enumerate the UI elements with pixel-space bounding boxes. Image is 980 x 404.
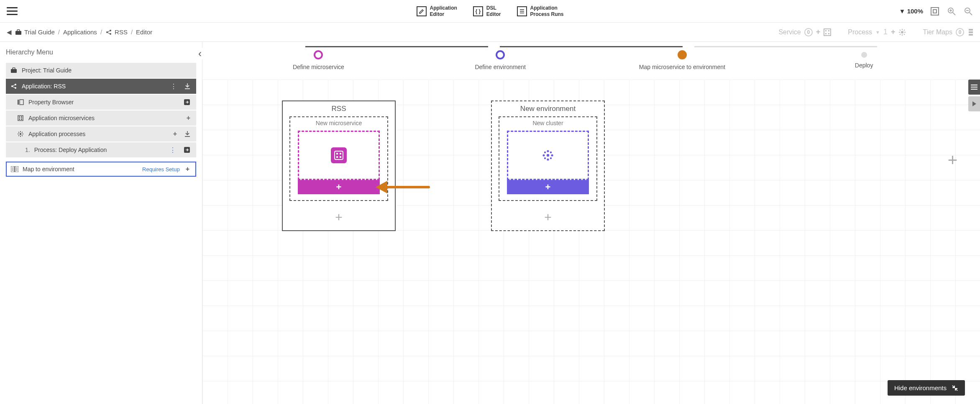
plus-icon[interactable]: + [171,130,179,138]
hide-env-label: Hide environments [894,384,947,391]
gear-icon[interactable] [898,28,906,36]
tab-application-process-runs[interactable]: ApplicationProcess Runs [517,5,563,17]
cluster-dropzone[interactable] [507,131,589,180]
svg-point-77 [550,152,552,153]
right-tab-play[interactable] [968,96,980,111]
plus-icon[interactable]: + [816,28,821,36]
grid-icon[interactable] [824,28,831,36]
crumb-item[interactable]: Applications [63,28,97,36]
plus-icon[interactable]: + [891,28,896,36]
hierarchy-map-environment[interactable]: Map to environment Requires Setup + [6,162,196,177]
microservice-dropzone[interactable] [298,131,380,180]
cluster-icon [540,147,556,163]
breadcrumb-bar: ◀ Trial Guide / Applications / RSS / Edi… [0,23,980,42]
dropdown-caret-icon[interactable]: ▼ [875,30,880,35]
progress-stepper: Define microservice Define environment M… [202,42,980,70]
inner-label: New microservice [290,120,387,126]
hierarchy-label: Application processes [28,131,85,137]
breadcrumb-right: Service 0 + Process ▼ 1 + Tier Maps 0 [778,28,974,36]
svg-rect-17 [825,30,826,31]
crumb-item[interactable]: Trial Guide [24,28,55,36]
sidebar-title: Hierarchy Menu [0,42,202,63]
svg-rect-31 [969,31,973,33]
zoom-in-icon[interactable] [947,6,957,16]
goto-arrow-icon[interactable] [182,99,192,106]
tab-application-editor[interactable]: ApplicationEditor [416,5,457,17]
card-rss[interactable]: RSS New microservice + + [282,100,396,231]
process-group[interactable]: Process ▼ 1 + [848,28,906,36]
tab-label: ApplicationProcess Runs [530,5,563,17]
step-circle-icon [314,50,323,59]
kebab-menu-icon[interactable]: ⋮ [168,146,178,154]
collapse-sidebar-icon[interactable]: ‹ [197,48,202,59]
tab-label: ApplicationEditor [430,5,457,17]
hierarchy-project[interactable]: Project: Trial Guide [6,63,196,78]
svg-rect-19 [825,33,826,34]
svg-line-55 [18,135,19,136]
tab-dsl-editor[interactable]: { } DSLEditor [473,5,501,17]
back-triangle-icon[interactable]: ◀ [6,29,13,36]
hierarchy-app-processes[interactable]: Application processes + [6,126,196,142]
import-icon[interactable] [183,83,192,90]
main-layout: Hierarchy Menu ‹ Project: Trial Guide Ap… [0,42,980,404]
briefcase-icon [10,67,18,74]
add-microservice-button[interactable]: + [298,180,380,194]
crumb-item[interactable]: RSS [115,28,128,36]
svg-line-27 [904,34,905,35]
svg-rect-40 [18,100,19,105]
hamburger-menu-icon[interactable] [7,7,18,15]
kebab-menu-icon[interactable]: ⋮ [169,82,179,90]
svg-rect-16 [824,29,831,36]
card-add-button[interactable]: + [492,206,604,230]
svg-point-21 [901,31,903,33]
tiermaps-count: 0 [956,28,964,36]
plus-icon[interactable]: + [185,114,192,122]
hierarchy-property-browser[interactable]: Property Browser [6,95,196,110]
fit-screen-icon[interactable] [930,6,940,16]
briefcase-icon [15,29,22,36]
svg-line-54 [22,135,23,136]
plus-icon[interactable]: + [184,165,191,173]
hierarchy-list: Project: Trial Guide Application: RSS ⋮ … [0,63,202,177]
canvas[interactable]: Define microservice Define environment M… [202,42,980,404]
card-new-environment[interactable]: New environment New cluster + + [491,100,605,231]
step-define-microservice[interactable]: Define microservice [228,50,409,70]
svg-point-74 [542,154,545,156]
list-box-icon [517,6,527,16]
tiermaps-group[interactable]: Tier Maps 0 [923,28,974,36]
zoom-level[interactable]: ▼ 100% [899,8,923,15]
import-icon[interactable] [183,131,192,137]
hierarchy-application[interactable]: Application: RSS ⋮ [6,79,196,94]
hierarchy-label: Project: Trial Guide [22,67,72,74]
svg-rect-18 [828,30,829,31]
svg-rect-66 [335,151,343,160]
hide-environments-button[interactable]: Hide environments [888,380,965,396]
svg-line-14 [108,31,110,32]
card-add-button[interactable]: + [283,206,395,230]
add-card-button[interactable]: + [948,151,957,170]
svg-rect-69 [336,156,338,158]
goto-arrow-icon[interactable] [182,147,192,153]
svg-rect-30 [969,29,973,31]
step-define-environment[interactable]: Define environment [409,50,591,70]
svg-rect-47 [21,118,22,120]
svg-rect-68 [340,153,341,154]
hierarchy-label: Application: RSS [22,83,66,90]
microservice-grid-icon [331,147,347,163]
step-label: Deploy [855,62,873,69]
svg-point-48 [20,133,21,135]
svg-line-29 [904,30,905,31]
right-tab-menu[interactable] [968,80,980,95]
hierarchy-app-microservices[interactable]: Application microservices + [6,111,196,126]
svg-line-3 [953,13,955,15]
stack-icon[interactable] [967,28,974,36]
service-group[interactable]: Service 0 + [778,28,831,36]
add-cluster-button[interactable]: + [507,180,589,194]
collapse-icon [952,385,958,391]
step-map-microservice[interactable]: Map microservice to environment [591,50,773,70]
step-deploy[interactable]: Deploy [773,50,955,69]
step-label: Define environment [475,64,525,70]
hierarchy-process-deploy[interactable]: 1. Process: Deploy Application ⋮ [6,142,196,157]
zoom-out-icon[interactable] [963,6,973,16]
top-tabs: ApplicationEditor { } DSLEditor Applicat… [416,5,563,17]
